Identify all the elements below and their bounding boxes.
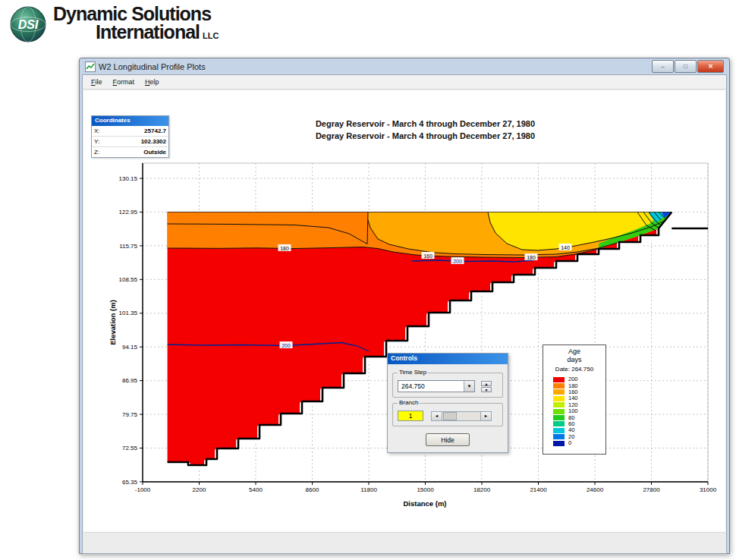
legend-swatch [553,409,565,414]
time-step-label: Time Step [398,369,428,376]
x-tick-label: 8600 [306,486,319,493]
x-tick-label: 2200 [193,486,206,493]
coordinates-panel: Coordinates X:25742.7Y:102.3302Z:Outside [91,115,169,158]
dsi-logo: DSI Dynamic Solutions InternationalLLC [8,3,219,46]
legend-entry: 60 [543,421,605,427]
branch-label: Branch [398,399,420,406]
close-button[interactable]: ✕ [697,60,724,73]
logo-monogram: DSI [18,18,39,31]
legend-value: 0 [568,440,571,446]
y-tick-label: 72.55 [122,445,138,451]
controls-panel-titlebar[interactable]: Controls [388,354,508,364]
branch-group: Branch 1 ◄ ► [392,403,503,426]
legend-swatch [553,389,565,395]
branch-value-field[interactable]: 1 [398,411,423,421]
x-tick-label: -1000 [135,486,151,493]
y-tick-label: 94.15 [122,344,138,351]
legend-entry: 40 [543,427,605,433]
branch-scrollbar-thumb[interactable] [443,412,457,420]
branch-scrollbar-track[interactable] [442,412,480,420]
y-tick-label: 108.55 [119,276,138,283]
x-tick-label: 24600 [587,486,604,493]
legend-date: Date: 264.750 [543,365,605,373]
coordinate-row-z: Z:Outside [92,146,168,157]
y-tick-label: 115.75 [119,243,137,250]
menu-bar: FileFormatHelp [82,74,727,90]
contour-label: 180 [527,255,536,260]
legend-entry: 100 [543,408,605,414]
legend-swatch [553,434,565,439]
x-tick-label: 27800 [643,486,660,493]
x-tick-label: 11800 [360,486,377,493]
scroll-left-icon[interactable]: ◄ [432,412,442,420]
legend-entry: 0 [543,440,605,446]
y-axis-title: Elevation (m) [109,300,117,345]
contour-label: 140 [561,245,570,250]
window-client: Degray Reservoir - March 4 through Decem… [82,90,727,554]
legend-units: days [543,356,605,364]
x-axis-title: Distance (m) [403,499,446,508]
legend-title: Age [543,348,605,356]
combo-dropdown-icon[interactable]: ▼ [464,381,474,392]
contour-label: 200 [453,259,462,264]
branch-scrollbar[interactable]: ◄ ► [431,411,492,421]
app-window: W2 Longitudinal Profile Plots –□✕ FileFo… [79,58,730,554]
minimize-button[interactable]: – [652,60,674,73]
x-tick-label: 15000 [417,486,434,493]
legend-swatch [553,428,565,433]
spin-down-icon[interactable]: ▼ [481,387,492,392]
x-tick-label: 5400 [249,486,263,493]
plot-title-line1: Degray Reservoir - March 4 through Decem… [143,118,708,130]
logo-line2: InternationalLLC [96,24,219,45]
y-tick-label: 122.95 [119,209,138,216]
y-tick-label: 79.75 [122,411,138,418]
menu-item-help[interactable]: Help [140,77,165,87]
hide-button[interactable]: Hide [426,433,470,446]
legend-swatch [553,396,565,401]
app-icon [85,61,96,72]
maximize-button[interactable]: □ [675,60,697,73]
scroll-right-icon[interactable]: ► [480,412,491,420]
legend-swatch [553,377,565,382]
profile-plot[interactable]: 180160200180140200 130.15122.95115.75108… [105,157,727,514]
menu-item-format[interactable]: Format [108,77,140,87]
legend-value: 100 [568,408,578,414]
window-title: W2 Longitudinal Profile Plots [99,62,652,71]
time-step-spinner: ▲ ▼ [481,381,492,392]
legend-entry: 20 [543,434,605,440]
x-tick-label: 31000 [700,486,717,493]
coordinate-row-y: Y:102.3302 [92,136,168,146]
menu-item-file[interactable]: File [86,77,108,87]
coordinates-body: X:25742.7Y:102.3302Z:Outside [92,126,168,157]
spin-up-icon[interactable]: ▲ [481,381,492,386]
x-tick-label: 21400 [530,486,547,493]
coordinate-row-x: X:25742.7 [92,126,168,136]
plot-titles: Degray Reservoir - March 4 through Decem… [143,118,708,142]
contour-label: 180 [280,246,289,251]
window-buttons: –□✕ [652,60,724,73]
legend-swatch [553,441,565,446]
controls-panel: Controls Time Step 264.750 ▼ ▲ ▼ [387,353,508,453]
legend-value: 200 [568,376,578,382]
contour-label: 200 [282,343,291,348]
time-step-group: Time Step 264.750 ▼ ▲ ▼ [392,373,503,398]
coordinates-panel-titlebar[interactable]: Coordinates [92,116,168,126]
window-titlebar[interactable]: W2 Longitudinal Profile Plots –□✕ [82,58,727,74]
contour-label: 160 [423,253,432,259]
chart-area: Degray Reservoir - March 4 through Decem… [83,90,725,533]
time-step-combobox[interactable]: 264.750 ▼ [398,380,475,392]
legend-swatch [553,383,565,389]
legend-swatch [553,402,565,407]
x-tick-label: 18200 [473,486,491,493]
logo-text: Dynamic Solutions InternationalLLC [53,3,219,45]
dsi-globe-icon: DSI [8,3,49,46]
y-tick-label: 130.15 [119,175,138,182]
legend-panel: Age days Date: 264.750 20018016014012010… [543,344,606,455]
time-step-value: 264.750 [398,381,464,392]
y-tick-label: 101.35 [119,310,138,316]
logo-llc: LLC [203,31,219,40]
plot-title-line2: Degray Reservoir - March 4 through Decem… [143,130,708,142]
legend-swatch [553,421,565,426]
y-tick-label: 65.35 [122,479,138,486]
legend-scale: 200180160140120100806040200 [543,376,605,446]
